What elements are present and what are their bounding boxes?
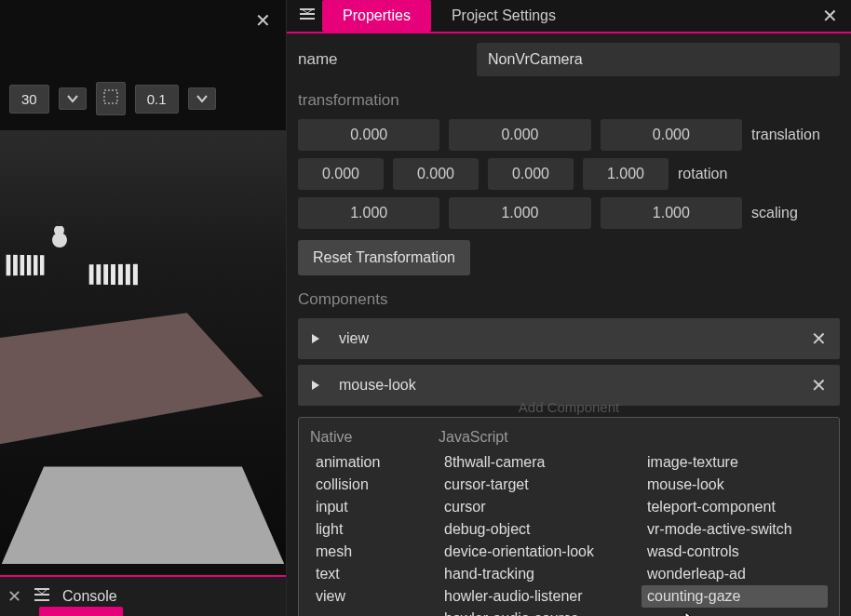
fov-field[interactable]: 30 bbox=[9, 85, 49, 114]
3d-viewport[interactable] bbox=[0, 130, 286, 564]
name-label: name bbox=[298, 50, 466, 69]
component-view[interactable]: view ✕ bbox=[298, 318, 840, 359]
rotation-z[interactable]: 0.000 bbox=[488, 158, 574, 190]
translation-z[interactable]: 0.000 bbox=[601, 119, 742, 151]
scaling-label: scaling bbox=[751, 205, 840, 221]
js-item[interactable]: image-texture bbox=[642, 451, 828, 474]
translation-y[interactable]: 0.000 bbox=[449, 119, 590, 151]
js-item[interactable]: cursor-target bbox=[439, 474, 625, 496]
hamburger-icon[interactable] bbox=[34, 588, 49, 605]
close-icon[interactable]: ✕ bbox=[822, 5, 838, 27]
javascript-header: JavaScript bbox=[439, 429, 625, 446]
js-item[interactable]: debug-object bbox=[439, 518, 625, 541]
native-item[interactable]: animation bbox=[310, 451, 422, 474]
transformation-header: transformation bbox=[298, 91, 840, 110]
cursor-icon bbox=[684, 611, 701, 616]
remove-icon[interactable]: ✕ bbox=[811, 374, 827, 396]
native-item[interactable]: input bbox=[310, 496, 422, 518]
add-component-dropdown: Add Component Native animation collision… bbox=[298, 417, 840, 616]
console-tab[interactable]: Console bbox=[62, 588, 117, 605]
chevron-down-icon bbox=[196, 94, 208, 103]
spacer bbox=[642, 429, 828, 446]
scaling-y[interactable]: 1.000 bbox=[449, 197, 590, 229]
native-item[interactable]: light bbox=[310, 518, 422, 541]
js-item[interactable]: 8thwall-camera bbox=[439, 451, 625, 474]
reset-transformation-button[interactable]: Reset Transformation bbox=[298, 240, 470, 275]
js-item[interactable]: mouse-look bbox=[642, 474, 828, 496]
native-item[interactable]: view bbox=[310, 585, 422, 608]
rotation-y[interactable]: 0.000 bbox=[393, 158, 479, 190]
js-item[interactable]: wasd-controls bbox=[642, 541, 828, 563]
component-label: view bbox=[339, 330, 792, 347]
close-icon[interactable]: ✕ bbox=[7, 586, 21, 607]
js-item[interactable]: howler-audio-listener bbox=[439, 585, 625, 608]
js-item[interactable]: vr-mode-active-switch bbox=[642, 518, 828, 541]
js-item[interactable]: howler-audio-source bbox=[439, 608, 625, 616]
rotation-x[interactable]: 0.000 bbox=[298, 158, 384, 190]
chevron-down-icon bbox=[67, 94, 78, 103]
js-item[interactable]: wonderleap-ad bbox=[642, 563, 828, 585]
rotation-label: rotation bbox=[678, 166, 766, 182]
dropdown-button-2[interactable] bbox=[188, 87, 216, 110]
tab-project-settings[interactable]: Project Settings bbox=[431, 0, 576, 32]
console-bar: ✕ Console bbox=[0, 575, 286, 616]
remove-icon[interactable]: ✕ bbox=[811, 328, 827, 350]
tab-bar: Properties Project Settings ✕ bbox=[287, 0, 851, 33]
component-label: mouse-look bbox=[339, 377, 792, 394]
viewport-panel: ✕ 30 0.1 bbox=[0, 0, 287, 616]
rotation-w[interactable]: 1.000 bbox=[583, 158, 669, 190]
add-component-label: Add Component bbox=[299, 399, 839, 415]
hamburger-icon[interactable] bbox=[292, 7, 322, 24]
tab-properties[interactable]: Properties bbox=[322, 0, 431, 32]
scaling-x[interactable]: 1.000 bbox=[298, 197, 439, 229]
expand-icon[interactable] bbox=[311, 333, 320, 344]
native-header: Native bbox=[310, 429, 422, 446]
scaling-z[interactable]: 1.000 bbox=[601, 197, 742, 229]
snap-icon[interactable] bbox=[96, 82, 126, 115]
active-subtab[interactable] bbox=[39, 607, 123, 616]
components-header: Components bbox=[298, 290, 840, 309]
js-item[interactable]: cursor bbox=[439, 496, 625, 518]
js-item[interactable]: teleport-component bbox=[642, 496, 828, 518]
native-item[interactable]: text bbox=[310, 563, 422, 585]
inspector-panel: Properties Project Settings ✕ name trans… bbox=[287, 0, 851, 616]
translation-label: translation bbox=[751, 127, 840, 143]
snowman-object bbox=[52, 221, 69, 248]
js-item-counting-gaze[interactable]: counting-gaze bbox=[642, 585, 828, 608]
dropdown-button[interactable] bbox=[59, 87, 87, 110]
name-input[interactable] bbox=[477, 43, 840, 76]
js-item[interactable]: hand-tracking bbox=[439, 563, 625, 585]
native-item[interactable]: collision bbox=[310, 474, 422, 496]
expand-icon[interactable] bbox=[311, 380, 320, 391]
snap-value-field[interactable]: 0.1 bbox=[135, 85, 179, 114]
svg-rect-0 bbox=[104, 90, 117, 103]
native-item[interactable]: mesh bbox=[310, 541, 422, 563]
close-icon[interactable]: ✕ bbox=[255, 9, 271, 32]
js-item[interactable]: device-orientation-look bbox=[439, 541, 625, 563]
translation-x[interactable]: 0.000 bbox=[298, 119, 439, 151]
